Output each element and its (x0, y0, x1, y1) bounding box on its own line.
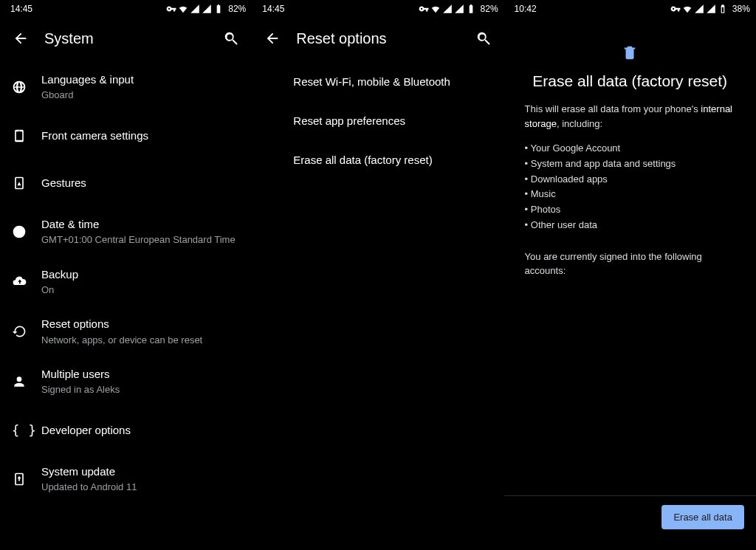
wifi-icon (682, 4, 693, 14)
item-title: System update (41, 464, 240, 479)
clock-icon (12, 224, 41, 239)
bullet-item: Your Google Account (525, 141, 735, 157)
reset-list: Reset Wi-Fi, mobile & Bluetooth Reset ap… (252, 59, 504, 550)
action-bar: Erase all data (504, 495, 756, 550)
signal-icon (190, 4, 200, 14)
wifi-icon (430, 4, 441, 14)
screen-reset-options: 14:45 82% Reset options Reset Wi-Fi, mob… (252, 0, 504, 550)
restore-icon (12, 324, 41, 339)
wifi-icon (178, 4, 188, 14)
system-list: Languages & input Gboard Front camera se… (0, 59, 252, 550)
item-title: Developer options (41, 423, 240, 438)
status-icons: 82% (166, 4, 246, 14)
battery-icon (718, 4, 728, 14)
trash-icon (622, 44, 638, 61)
page-title: Reset options (296, 30, 468, 47)
item-reset-wifi[interactable]: Reset Wi-Fi, mobile & Bluetooth (252, 62, 504, 101)
globe-icon (12, 80, 41, 94)
bullet-item: System and app data and settings (525, 157, 735, 172)
signal-icon-2 (706, 4, 716, 14)
item-title: Reset options (41, 317, 240, 331)
bullet-item: Other user data (525, 218, 735, 233)
item-title: Gestures (41, 176, 240, 190)
item-title: Backup (41, 267, 240, 282)
item-sub: Signed in as Aleks (41, 383, 240, 396)
status-time: 14:45 (258, 4, 284, 14)
trash-icon-wrapper (504, 44, 756, 61)
desc-prefix: This will erase all data from your phone… (525, 103, 701, 114)
signal-icon-2 (202, 4, 212, 14)
search-button[interactable] (469, 24, 498, 53)
status-battery-pct: 82% (228, 4, 246, 14)
item-title: Front camera settings (41, 128, 240, 143)
gesture-icon (12, 176, 41, 190)
screen-erase-all-data: 10:42 38% Erase all data (factory reset)… (504, 0, 756, 550)
signal-icon-2 (454, 4, 464, 14)
braces-icon: { } (12, 423, 41, 438)
item-gestures[interactable]: Gestures (0, 159, 252, 207)
status-bar: 14:45 82% (252, 0, 504, 18)
key-icon (166, 4, 176, 14)
desc-suffix: , including: (557, 118, 602, 129)
screen-system: 14:45 82% System Languages & input Gboar… (0, 0, 252, 550)
item-system-update[interactable]: System update Updated to Android 11 (0, 454, 252, 504)
search-button[interactable] (216, 24, 246, 53)
signal-icon (694, 4, 704, 14)
erase-description: This will erase all data from your phone… (504, 102, 756, 131)
header: System (0, 18, 252, 59)
status-time: 14:45 (6, 4, 32, 14)
status-icons: 82% (419, 4, 498, 14)
item-sub: GMT+01:00 Central European Standard Time (41, 233, 240, 247)
item-languages-input[interactable]: Languages & input Gboard (0, 62, 252, 112)
phone-down-icon (12, 472, 41, 487)
item-multiple-users[interactable]: Multiple users Signed in as Aleks (0, 357, 252, 407)
battery-icon (466, 4, 476, 14)
status-battery-pct: 38% (732, 4, 750, 14)
item-erase-all-data[interactable]: Erase all data (factory reset) (252, 140, 504, 179)
page-title: System (44, 30, 216, 47)
item-title: Date & time (41, 217, 240, 232)
arrow-back-icon (13, 30, 29, 47)
battery-icon (213, 4, 224, 14)
bullet-item: Photos (525, 202, 735, 218)
item-sub: Updated to Android 11 (41, 481, 240, 494)
item-sub: On (41, 283, 240, 297)
search-icon (223, 30, 239, 47)
back-button[interactable] (258, 24, 287, 53)
bullet-item: Music (525, 187, 735, 202)
key-icon (419, 4, 429, 14)
search-icon (475, 30, 492, 47)
status-battery-pct: 82% (481, 4, 498, 14)
signal-icon (442, 4, 453, 14)
bullet-item: Downloaded apps (525, 172, 735, 188)
page-title: Erase all data (factory reset) (504, 72, 756, 90)
phone-front-icon (12, 128, 41, 143)
status-icons: 38% (670, 4, 750, 14)
item-reset-options[interactable]: Reset options Network, apps, or device c… (0, 306, 252, 357)
header: Reset options (252, 18, 504, 59)
arrow-back-icon (264, 30, 281, 47)
status-bar: 14:45 82% (0, 0, 252, 18)
item-backup[interactable]: Backup On (0, 257, 252, 307)
item-sub: Network, apps, or device can be reset (41, 334, 240, 347)
person-icon (12, 374, 41, 389)
erase-all-data-button[interactable]: Erase all data (662, 505, 744, 529)
item-developer-options[interactable]: { } Developer options (0, 407, 252, 454)
back-button[interactable] (6, 24, 35, 53)
cloud-up-icon (12, 274, 41, 289)
item-title: Languages & input (41, 72, 240, 87)
item-title: Multiple users (41, 367, 240, 382)
item-sub: Gboard (41, 89, 240, 102)
item-reset-app-prefs[interactable]: Reset app preferences (252, 101, 504, 140)
status-bar: 10:42 38% (504, 0, 756, 18)
item-front-camera[interactable]: Front camera settings (0, 112, 252, 159)
status-time: 10:42 (510, 4, 537, 14)
accounts-intro: You are currently signed into the follow… (504, 250, 756, 278)
item-date-time[interactable]: Date & time GMT+01:00 Central European S… (0, 207, 252, 257)
key-icon (670, 4, 681, 14)
erase-bullets: Your Google Account System and app data … (504, 141, 756, 233)
